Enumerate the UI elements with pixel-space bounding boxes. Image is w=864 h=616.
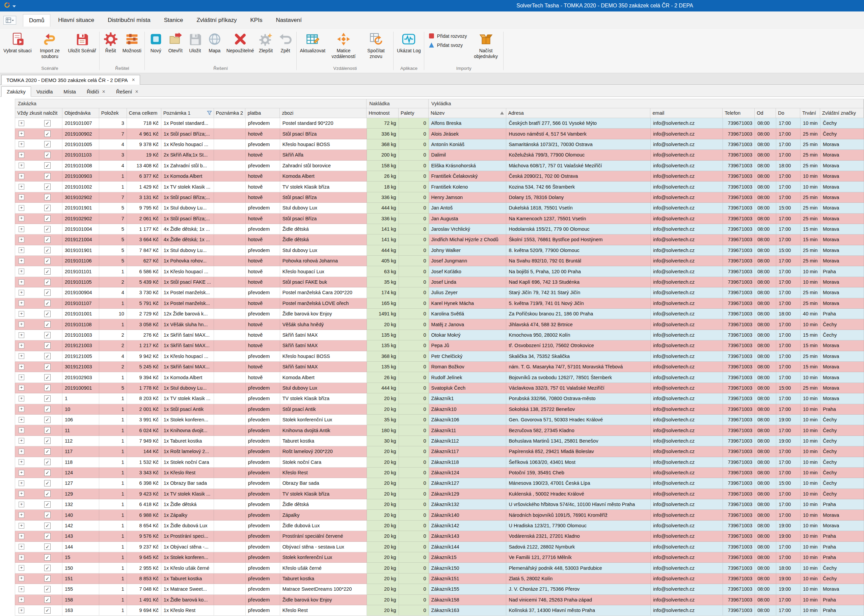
button-spocitat-znovu[interactable]: Spočítat znovu [360,30,392,60]
always-load-checkbox[interactable]: ✓ [44,321,50,328]
button-vybrat-situaci[interactable]: Vybrat situaci [2,30,34,53]
column-header-trvani[interactable]: Trvání [800,108,820,118]
always-load-checkbox[interactable]: ✓ [44,501,50,508]
button-otevrit[interactable]: Otevřít [166,30,185,53]
always-load-checkbox[interactable]: ✓ [44,416,50,423]
expand-row-icon[interactable]: + [19,332,24,338]
table-row[interactable]: +✓2019101103319 Kč2x Skříň Alfa;1x St...… [15,150,864,160]
column-header-poznamka-1[interactable]: Poznámka 1 [161,108,214,118]
always-load-checkbox[interactable]: ✓ [44,130,50,137]
table-row[interactable]: +✓201910190159 795 Kč1x Stul dubovy Lu..… [15,203,864,213]
always-load-checkbox[interactable]: ✓ [44,152,50,158]
always-load-checkbox[interactable]: ✓ [44,470,50,476]
always-load-checkbox[interactable]: ✓ [44,120,50,127]
expand-row-icon[interactable]: + [19,121,24,126]
always-load-checkbox[interactable]: ✓ [44,575,50,581]
expand-row-icon[interactable]: + [19,247,24,253]
always-load-checkbox[interactable]: ✓ [44,194,50,200]
expand-row-icon[interactable]: + [19,608,24,613]
view-tab-reseni[interactable]: Řešení× [111,86,144,97]
table-row[interactable]: +✓15118 853 Kč1x Taburet kostkapřevodemT… [15,574,864,584]
column-header-zbozi[interactable]: zbozi [280,108,367,118]
button-pridat-rozvozy[interactable]: Přidat rozvozy [427,32,469,40]
table-row[interactable]: +✓11811 532 Kč1x Stolek noční Carapřevod… [15,457,864,468]
ribbon-tab-distribucni-mista[interactable]: Distribuční místa [102,14,156,26]
expand-row-icon[interactable]: + [19,449,24,454]
view-tab-zakazky[interactable]: Zakázky [2,86,31,97]
table-row[interactable]: +✓14218 654 Kč1x Židle dubová Luxpřevode… [15,520,864,531]
table-row[interactable]: +✓201910290319 394 Kč1x Komoda Alberthot… [15,372,864,383]
always-load-checkbox[interactable]: ✓ [44,554,50,561]
column-header-objednavka[interactable]: Objednávka [63,108,99,118]
always-load-checkbox[interactable]: ✓ [44,332,50,338]
always-load-checkbox[interactable]: ✓ [44,311,50,317]
table-row[interactable]: +✓12716 398 Kč1x Obrazy Bar sadapřevodem… [15,478,864,489]
expand-row-icon[interactable]: + [19,385,24,391]
expand-row-icon[interactable]: + [19,406,24,412]
always-load-checkbox[interactable]: ✓ [44,395,50,402]
always-load-checkbox[interactable]: ✓ [44,162,50,169]
table-row[interactable]: +✓2019101001102 729 Kč12x Židle barová k… [15,309,864,319]
column-header-cena-celkem[interactable]: Cena celkem [127,108,161,118]
expand-row-icon[interactable]: + [19,597,24,602]
table-row[interactable]: +✓201910090443 730 Kč1x Postel manželsk.… [15,288,864,298]
always-load-checkbox[interactable]: ✓ [44,459,50,465]
column-header-telefon[interactable]: Telefon [722,108,755,118]
expand-row-icon[interactable]: + [19,427,24,433]
column-header-polozek[interactable]: Položek [99,108,127,118]
expand-row-icon[interactable]: + [19,544,24,550]
column-header-od[interactable]: Od [755,108,776,118]
always-load-checkbox[interactable]: ✓ [44,586,50,592]
always-load-checkbox[interactable]: ✓ [44,300,50,306]
table-row[interactable]: +✓201912100549 942 Kč1x Křeslo houpací .… [15,351,864,361]
table-row[interactable]: +✓1116 024 Kč1x Knihovna dvojit...převod… [15,425,864,435]
expand-row-icon[interactable]: + [19,322,24,327]
always-load-checkbox[interactable]: ✓ [44,385,50,391]
table-row[interactable]: +✓201910100451 177 Kč4x Židle dětská; 1x… [15,224,864,234]
table-row[interactable]: +✓12413 343 Kč1x Křeslo RestpřevodemKřes… [15,468,864,478]
expand-row-icon[interactable]: + [19,290,24,295]
table-row[interactable]: +✓201910090151 778 Kč1x Stul dubovy Lu..… [15,383,864,393]
table-row[interactable]: +✓201910110525 439 Kč1x Stůl psací FAKE … [15,277,864,288]
always-load-checkbox[interactable]: ✓ [44,512,50,518]
table-row[interactable]: +✓14419 237 Kč1x Obývací stěna -...převo… [15,542,864,552]
always-load-checkbox[interactable]: ✓ [44,448,50,455]
always-load-checkbox[interactable]: ✓ [44,173,50,179]
expand-row-icon[interactable]: + [19,417,24,423]
ribbon-tab-zvlastni-prikazy[interactable]: Zvláštní příkazy [191,14,242,26]
always-load-checkbox[interactable]: ✓ [44,247,50,253]
always-load-checkbox[interactable]: ✓ [44,374,50,380]
button-pridat-svozy[interactable]: Přidat svozy [427,41,469,49]
table-row[interactable]: +✓1012 001 Kč1x Stůl psací Antikpřevodem… [15,404,864,415]
expand-row-icon[interactable]: + [19,533,24,539]
button-aktualizovat[interactable]: Aktualizovat [298,30,327,53]
table-row[interactable]: +✓14016 988 Kč1x ZápalkypřevodemZápalky2… [15,510,864,520]
expand-row-icon[interactable]: + [19,502,24,508]
expand-row-icon[interactable]: + [19,565,24,571]
table-row[interactable]: +✓20191010032276 Kč1x Skříň šatní MAX...… [15,330,864,340]
close-tab-icon[interactable]: × [135,89,138,94]
app-menu-icon[interactable] [3,16,16,25]
always-load-checkbox[interactable]: ✓ [44,523,50,529]
table-row[interactable]: +✓2019101008413 408 Kč1x Zahradní stůl b… [15,160,864,171]
table-row[interactable]: +✓16319 694 Kč1x Křeslo RestpřevodemKřes… [15,605,864,616]
document-tab[interactable]: TOMKA 2020 - DEMO 350 zakázek celá ČR - … [2,75,140,85]
table-row[interactable]: +✓15517 048 Kč1x Matrace Sweet...převode… [15,584,864,594]
always-load-checkbox[interactable]: ✓ [44,215,50,222]
always-load-checkbox[interactable]: ✓ [44,268,50,275]
close-tab-icon[interactable]: × [102,89,105,94]
column-header-palety[interactable]: Palety [398,108,429,118]
button-matice-vzdalenosti[interactable]: Matice vzdáleností [327,30,360,60]
button-zpet[interactable]: Zpět [276,30,295,53]
table-row[interactable]: +✓1519 645 Kč1x Stolek konferen...převod… [15,552,864,563]
button-novy[interactable]: Nový [146,30,166,53]
always-load-checkbox[interactable]: ✓ [44,565,50,571]
filter-funnel-icon[interactable] [207,111,212,115]
button-resit[interactable]: Řešit [101,30,121,53]
ribbon-tab-domu[interactable]: Domů [23,14,50,27]
always-load-checkbox[interactable]: ✓ [44,353,50,359]
table-row[interactable]: +✓201910110715 791 Kč1x Postel manželsk.… [15,298,864,309]
always-load-checkbox[interactable]: ✓ [44,141,50,148]
table-row[interactable]: +✓301910290273 131 Kč1x Stůl psací Bříza… [15,192,864,203]
always-load-checkbox[interactable]: ✓ [44,289,50,296]
